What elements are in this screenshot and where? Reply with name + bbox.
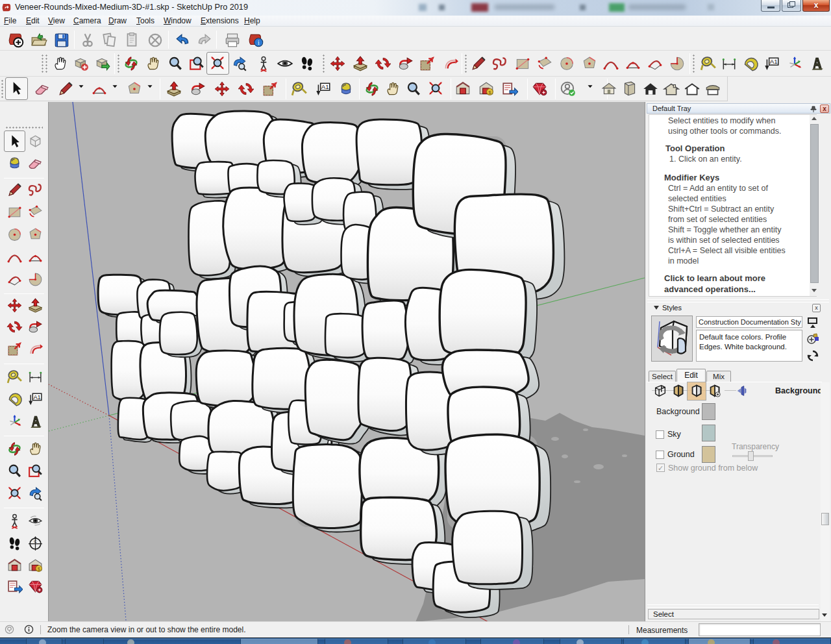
svg-text:i: i <box>258 39 260 46</box>
svg-text:$: $ <box>38 566 40 572</box>
svg-text:A1: A1 <box>321 83 329 90</box>
svg-text:C: C <box>34 539 37 543</box>
svg-text:A1: A1 <box>770 58 778 65</box>
svg-text:A1: A1 <box>33 394 40 401</box>
